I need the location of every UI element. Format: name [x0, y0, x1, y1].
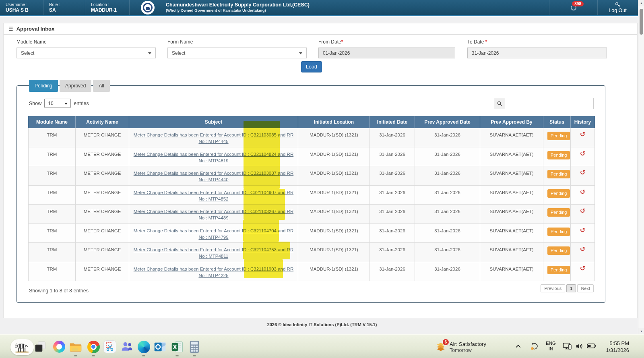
battery-button[interactable]	[587, 343, 597, 349]
to-date-input[interactable]: 31-Jan-2026	[467, 48, 607, 58]
logout-label: Log Out	[609, 8, 626, 13]
table-row: TRMMETER CHANGEMeter Change Details has …	[29, 128, 595, 147]
history-icon[interactable]: ↺	[580, 188, 585, 196]
status-cell: Pending	[543, 128, 571, 147]
history-icon[interactable]: ↺	[580, 226, 585, 234]
weather-widget[interactable]: 6 Air: Satisfactory Tomorrow	[436, 341, 486, 354]
tab-pending[interactable]: Pending	[29, 80, 58, 92]
file-explorer-button[interactable]	[69, 340, 83, 354]
history-icon[interactable]: ↺	[580, 150, 585, 157]
previous-page-button[interactable]: Previous	[541, 284, 565, 292]
status-badge: Pending	[547, 189, 570, 198]
snipping-tool-icon	[103, 340, 116, 353]
chevron-up-icon	[515, 344, 521, 350]
company-logo	[130, 0, 166, 15]
scrollbar-thumb[interactable]	[640, 9, 643, 35]
vertical-scrollbar[interactable]: ▲ ▼	[638, 0, 644, 334]
outlook-icon	[154, 341, 167, 353]
module-name-select[interactable]: Select	[17, 48, 156, 58]
col-prev-approved-by[interactable]: Prev Approved By	[480, 116, 543, 128]
sync-status-button[interactable]	[530, 342, 539, 351]
history-icon[interactable]: ↺	[580, 130, 585, 138]
chrome-button[interactable]	[87, 340, 100, 354]
username-label: Username :	[6, 2, 36, 7]
activity-cell: METER CHANGE	[76, 166, 129, 186]
monitor-phone-icon	[563, 342, 572, 351]
load-button[interactable]: Load	[301, 61, 322, 72]
history-cell: ↺	[571, 205, 595, 224]
edge-button[interactable]	[137, 340, 151, 354]
initiated-date-cell: 31-Jan-2026	[370, 166, 415, 186]
language-switcher[interactable]: ENG IN	[546, 341, 556, 352]
calculator-button[interactable]	[188, 340, 201, 354]
snipping-tool-button[interactable]	[103, 340, 117, 354]
module-cell: TRM	[29, 262, 76, 281]
task-view-button[interactable]	[33, 340, 47, 354]
initiated-location-cell: MADDUR-1(SD) (1321)	[298, 128, 370, 147]
initiated-location-cell: MADDUR-1(SD) (1321)	[298, 185, 370, 205]
edge-icon	[138, 341, 150, 353]
scroll-down-arrow-icon[interactable]: ▼	[638, 328, 644, 334]
form-name-value: Select	[172, 50, 185, 56]
table-header-row: Module Name Activity Name Subject Initia…	[29, 116, 595, 128]
form-name-select[interactable]: Select	[167, 48, 307, 58]
language-line1: ENG	[546, 341, 556, 346]
activity-cell: METER CHANGE	[76, 223, 129, 243]
table-row: TRMMETER CHANGEMeter Change Details has …	[29, 223, 595, 243]
history-icon[interactable]: ↺	[580, 207, 585, 215]
copilot-button[interactable]	[52, 340, 66, 354]
prev-approved-by-cell: SUVARNA AET(AET)	[480, 185, 543, 205]
pagination: Previous 1 Next	[541, 284, 594, 292]
col-status[interactable]: Status	[543, 116, 571, 128]
tab-all[interactable]: All	[93, 80, 109, 92]
excel-icon	[171, 341, 184, 353]
col-initiated-location[interactable]: Initiated Location	[298, 116, 370, 128]
excel-button[interactable]	[170, 340, 184, 354]
col-module-name[interactable]: Module Name	[29, 116, 76, 128]
logout-button[interactable]: Log Out	[597, 0, 638, 15]
page-1-button[interactable]: 1	[566, 284, 576, 292]
page-title-bar: ☰ Approval Inbox	[4, 23, 637, 35]
next-page-button[interactable]: Next	[577, 284, 594, 292]
outlook-button[interactable]	[153, 340, 167, 354]
history-icon[interactable]: ↺	[580, 245, 585, 253]
tab-approved[interactable]: Approved	[60, 80, 91, 92]
page-background: ☰ Approval Inbox Module Name Select Form…	[0, 17, 644, 334]
teams-button[interactable]	[120, 340, 134, 354]
col-prev-approved-date[interactable]: Prev Approved Date	[415, 116, 480, 128]
col-initiated-date[interactable]: Initiated Date	[370, 116, 415, 128]
prev-approved-by-cell: SUVARNA AET(AET)	[480, 243, 543, 262]
search-input[interactable]	[505, 98, 594, 109]
col-history[interactable]: History	[571, 116, 595, 128]
initiated-date-cell: 31-Jan-2026	[370, 128, 415, 147]
table-summary: Showing 1 to 8 of 8 entries	[29, 288, 89, 294]
page-size-value: 10	[48, 101, 53, 106]
clock-widget[interactable]: 5:55 PM 1/31/2026	[603, 340, 629, 354]
cast-device-button[interactable]	[563, 342, 572, 351]
history-icon[interactable]: ↺	[580, 265, 585, 272]
role-section: Role : SA	[43, 0, 85, 15]
initiated-date-cell: 31-Jan-2026	[370, 185, 415, 205]
scroll-up-arrow-icon[interactable]: ▲	[638, 0, 644, 6]
history-cell: ↺	[571, 243, 595, 262]
table-row: TRMMETER CHANGEMeter Change Details has …	[29, 262, 595, 281]
hamburger-menu-icon[interactable]: ☰	[8, 26, 13, 32]
col-activity-name[interactable]: Activity Name	[76, 116, 129, 128]
initiated-date-cell: 31-Jan-2026	[370, 223, 415, 243]
notifications-button[interactable]: 898	[549, 0, 597, 15]
page-size-select[interactable]: 10	[44, 99, 71, 108]
widgets-zebra-button[interactable]	[10, 339, 34, 355]
history-icon[interactable]: ↺	[580, 169, 585, 176]
notification-badge: 898	[572, 1, 584, 6]
tray-chevron-button[interactable]	[515, 344, 521, 350]
main-panel: ☰ Approval Inbox Module Name Select Form…	[3, 23, 638, 318]
location-value: MADDUR-1	[91, 7, 122, 13]
volume-button[interactable]	[576, 343, 584, 350]
weather-line2: Tomorrow	[450, 348, 486, 354]
history-cell: ↺	[571, 166, 595, 186]
from-date-input[interactable]: 01-Jan-2026	[318, 48, 455, 58]
running-indicator	[193, 355, 196, 356]
history-cell: ↺	[571, 128, 595, 147]
initiated-date-cell: 31-Jan-2026	[370, 205, 415, 224]
history-cell: ↺	[571, 185, 595, 205]
